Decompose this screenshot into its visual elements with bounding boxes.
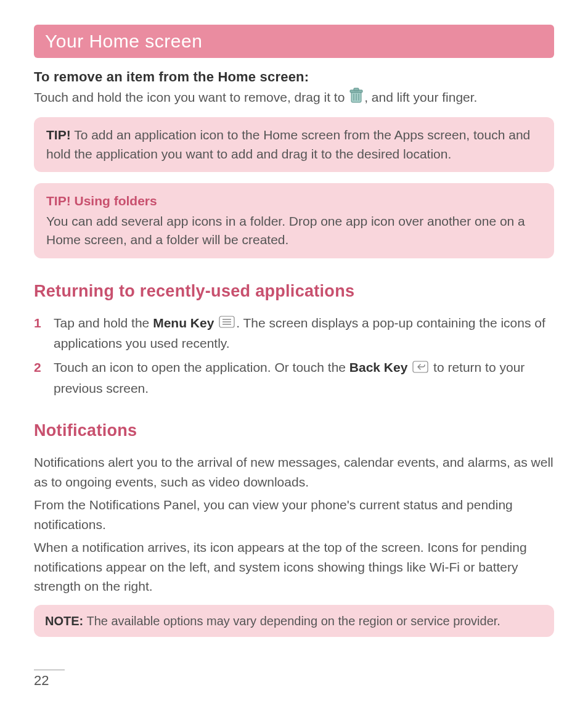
li2-before: Touch an icon to open the application. O… bbox=[54, 360, 349, 374]
remove-body: Touch and hold the icon you want to remo… bbox=[34, 88, 554, 109]
remove-heading: To remove an item from the Home screen: bbox=[34, 69, 554, 85]
menu-key-icon bbox=[219, 314, 235, 334]
tip2-text: You can add several app icons in a folde… bbox=[46, 214, 525, 247]
trash-icon bbox=[349, 88, 363, 109]
list-num-1: 1 bbox=[34, 313, 54, 353]
notif-para-3: When a notification arrives, its icon ap… bbox=[34, 538, 554, 596]
li2-bold: Back Key bbox=[349, 360, 408, 374]
li1-before: Tap and hold the bbox=[54, 316, 153, 330]
remove-text-after: , and lift your finger. bbox=[364, 90, 477, 104]
tip1-text: To add an application icon to the Home s… bbox=[46, 128, 530, 160]
list-num-2: 2 bbox=[34, 358, 54, 398]
page-header: Your Home screen bbox=[34, 25, 554, 58]
note-label: NOTE: bbox=[45, 614, 83, 628]
svg-rect-2 bbox=[354, 88, 359, 91]
list-text-2: Touch an icon to open the application. O… bbox=[54, 358, 554, 398]
list-item: 2 Touch an icon to open the application.… bbox=[34, 358, 554, 398]
tip2-title: TIP! Using folders bbox=[46, 192, 542, 210]
notif-para-2: From the Notifications Panel, you can vi… bbox=[34, 495, 554, 534]
back-key-icon bbox=[412, 359, 428, 379]
returning-list: 1 Tap and hold the Menu Key . The screen… bbox=[34, 313, 554, 398]
li1-bold: Menu Key bbox=[153, 316, 214, 330]
remove-text-before: Touch and hold the icon you want to remo… bbox=[34, 90, 348, 104]
notif-para-1: Notifications alert you to the arrival o… bbox=[34, 453, 554, 491]
notifications-heading: Notifications bbox=[34, 421, 554, 440]
tip-box-2: TIP! Using folders You can add several a… bbox=[34, 183, 554, 258]
list-text-1: Tap and hold the Menu Key . The screen d… bbox=[54, 313, 554, 353]
note-text: The available options may vary depending… bbox=[83, 614, 500, 628]
note-box: NOTE: The available options may vary dep… bbox=[34, 605, 554, 637]
list-item: 1 Tap and hold the Menu Key . The screen… bbox=[34, 313, 554, 353]
tip-box-1: TIP! To add an application icon to the H… bbox=[34, 117, 554, 172]
page-number: 22 bbox=[34, 670, 65, 689]
returning-heading: Returning to recently-used applications bbox=[34, 282, 554, 301]
page-header-text: Your Home screen bbox=[45, 31, 202, 51]
tip1-label: TIP! bbox=[46, 128, 71, 142]
